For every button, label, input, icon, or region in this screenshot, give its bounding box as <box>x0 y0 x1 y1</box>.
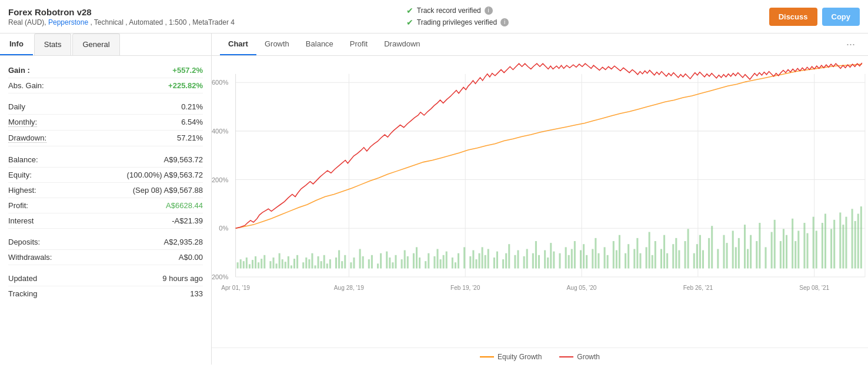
left-panel: Info Stats General Gain : +557.2% Abs. G… <box>0 34 212 365</box>
svg-rect-72 <box>413 253 415 269</box>
svg-rect-68 <box>395 255 396 269</box>
equity-value: (100.00%) A$9,563.72 <box>127 171 203 179</box>
svg-rect-109 <box>559 253 560 269</box>
svg-rect-150 <box>726 243 728 268</box>
svg-rect-138 <box>675 238 677 269</box>
profit-label: Profit: <box>8 201 28 210</box>
svg-rect-100 <box>523 256 525 269</box>
svg-rect-77 <box>433 256 435 269</box>
svg-rect-58 <box>353 258 355 269</box>
header-subtitle: Real (AUD), Pepperstone , Technical , Au… <box>8 18 371 26</box>
info-icon-1[interactable]: i <box>485 6 493 15</box>
svg-rect-32 <box>263 255 265 269</box>
info-icon-2[interactable]: i <box>500 18 509 26</box>
chart-tab-drawdown[interactable]: Drawdown <box>376 34 428 55</box>
svg-rect-153 <box>738 238 740 269</box>
svg-rect-47 <box>315 265 316 268</box>
chart-tab-profit[interactable]: Profit <box>342 34 376 55</box>
main-layout: Info Stats General Gain : +557.2% Abs. G… <box>0 34 868 365</box>
svg-rect-106 <box>547 258 549 269</box>
svg-rect-131 <box>649 232 650 269</box>
legend-line-equity <box>480 356 494 357</box>
svg-rect-115 <box>583 244 585 268</box>
svg-rect-29 <box>255 256 256 269</box>
svg-rect-36 <box>279 253 281 269</box>
chart-tabs: Chart Growth Balance Profit Drawdown ··· <box>212 34 868 56</box>
svg-text:Aug 28, '19: Aug 28, '19 <box>334 285 364 291</box>
svg-rect-111 <box>568 255 570 269</box>
svg-rect-44 <box>305 258 307 269</box>
svg-rect-160 <box>771 232 773 269</box>
svg-rect-121 <box>607 255 609 269</box>
svg-rect-81 <box>446 252 448 269</box>
chart-tab-growth[interactable]: Growth <box>256 34 298 55</box>
highest-value: (Sep 08) A$9,567.88 <box>133 186 203 195</box>
svg-rect-67 <box>392 262 393 268</box>
stat-equity: Equity: (100.00%) A$9,563.72 <box>8 168 203 183</box>
svg-rect-23 <box>237 262 239 268</box>
svg-rect-39 <box>288 256 289 269</box>
svg-rect-53 <box>335 258 337 269</box>
svg-rect-116 <box>586 255 587 269</box>
svg-rect-73 <box>416 247 418 268</box>
verified-track-label: Track record verified <box>417 6 481 15</box>
svg-rect-166 <box>794 241 796 269</box>
chart-tab-balance[interactable]: Balance <box>298 34 342 55</box>
tab-stats[interactable]: Stats <box>34 34 72 55</box>
svg-rect-104 <box>538 255 540 269</box>
tab-general[interactable]: General <box>72 34 119 55</box>
svg-rect-168 <box>803 223 805 269</box>
svg-rect-61 <box>368 259 370 269</box>
svg-rect-117 <box>592 249 593 268</box>
svg-rect-180 <box>854 221 856 269</box>
svg-rect-154 <box>744 225 746 268</box>
svg-rect-175 <box>833 220 835 269</box>
svg-rect-38 <box>285 262 286 268</box>
svg-rect-37 <box>282 259 283 269</box>
svg-rect-157 <box>756 241 757 269</box>
svg-rect-146 <box>708 238 710 269</box>
stat-drawdown: Drawdown: 57.21% <box>8 131 203 146</box>
svg-rect-129 <box>639 253 641 269</box>
svg-rect-179 <box>852 209 853 268</box>
svg-rect-182 <box>860 206 862 268</box>
updated-label: Updated <box>8 274 37 283</box>
stat-profit: Profit: A$6628.44 <box>8 198 203 213</box>
svg-rect-42 <box>296 255 298 269</box>
legend-growth-label: Growth <box>577 353 600 361</box>
tab-info[interactable]: Info <box>0 34 33 55</box>
svg-text:Apr 01, '19: Apr 01, '19 <box>221 285 250 291</box>
svg-rect-49 <box>321 261 322 268</box>
svg-rect-45 <box>308 259 310 269</box>
pepperstone-link[interactable]: Pepperstone <box>48 18 88 26</box>
svg-rect-92 <box>488 249 489 268</box>
discuss-button[interactable]: Discuss <box>769 8 817 26</box>
svg-rect-70 <box>404 250 406 269</box>
svg-rect-87 <box>472 250 474 269</box>
interest-value: -A$21.39 <box>172 216 203 225</box>
svg-rect-103 <box>535 241 537 269</box>
chart-more-button[interactable]: ··· <box>842 34 860 55</box>
svg-rect-54 <box>338 250 340 269</box>
verified-trading: ✔ Trading privileges verified i <box>406 18 769 27</box>
daily-value: 0.21% <box>181 102 203 111</box>
svg-rect-88 <box>475 259 477 269</box>
deposits-label: Deposits: <box>8 238 40 246</box>
svg-rect-97 <box>508 244 510 268</box>
svg-rect-76 <box>428 253 429 269</box>
svg-rect-173 <box>824 214 826 269</box>
svg-rect-91 <box>485 255 486 269</box>
svg-text:200%: 200% <box>212 176 228 183</box>
chart-tab-chart[interactable]: Chart <box>220 34 256 55</box>
svg-rect-147 <box>711 226 713 268</box>
svg-rect-93 <box>493 258 495 269</box>
svg-rect-110 <box>565 247 567 268</box>
svg-rect-134 <box>660 249 662 268</box>
profit-value: A$6628.44 <box>166 201 203 210</box>
svg-rect-71 <box>407 256 409 269</box>
svg-rect-143 <box>696 244 698 268</box>
page-title: Forex Robotron v28 <box>8 7 371 17</box>
tracking-value: 133 <box>190 289 203 298</box>
svg-rect-79 <box>440 259 442 269</box>
copy-button[interactable]: Copy <box>822 8 860 26</box>
